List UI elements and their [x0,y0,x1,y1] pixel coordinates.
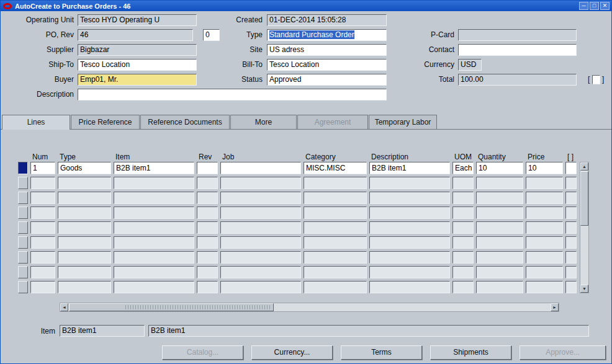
row-selector[interactable] [18,192,28,204]
cell-type[interactable] [58,281,111,293]
cell-quantity[interactable] [476,266,523,278]
cell-type[interactable] [58,251,111,264]
cell-num[interactable] [30,251,55,264]
cell-num[interactable] [30,177,55,189]
cell-price[interactable] [526,192,563,204]
cell-item[interactable] [114,236,194,249]
cell-description[interactable] [369,177,450,189]
cell-quantity[interactable] [476,281,523,293]
cell-num[interactable] [30,221,55,234]
cell-job[interactable] [220,192,301,204]
cell-rev[interactable] [197,236,218,249]
cell-description[interactable] [369,281,450,293]
cell-item[interactable] [114,266,194,278]
cell-flexfield[interactable] [565,162,577,174]
cell-description[interactable] [369,206,450,219]
cell-uom[interactable] [452,221,474,234]
cell-price[interactable] [526,206,563,219]
ship-to-field[interactable]: Tesco Location [78,59,197,71]
cell-flexfield[interactable] [565,281,577,293]
cell-uom[interactable]: Each [452,162,474,174]
cell-quantity[interactable]: 10 [476,162,523,174]
cell-type[interactable] [58,266,111,278]
row-selector[interactable] [18,221,28,234]
cell-num[interactable] [30,192,55,204]
cell-item[interactable] [114,251,194,264]
scroll-up-button[interactable]: ▲ [580,162,588,171]
cell-flexfield[interactable] [565,192,577,204]
cell-uom[interactable] [452,192,474,204]
cell-description[interactable] [369,236,450,249]
scroll-down-button[interactable]: ▼ [580,285,588,293]
cell-category[interactable] [304,281,367,293]
cell-type[interactable] [58,221,111,234]
cell-item[interactable] [114,177,194,189]
horizontal-scroll-thumb[interactable] [69,303,274,311]
cell-item[interactable] [114,206,194,219]
scroll-right-button[interactable]: ► [551,303,559,311]
bill-to-field[interactable]: Tesco Location [267,59,387,71]
cell-job[interactable] [220,236,301,249]
cell-uom[interactable] [452,266,474,278]
cell-type[interactable]: Goods [58,162,111,174]
cell-type[interactable] [58,177,111,189]
cell-job[interactable] [220,251,301,264]
cell-rev[interactable] [197,221,218,234]
cell-quantity[interactable] [476,236,523,249]
cell-description[interactable]: B2B item1 [369,162,450,174]
cell-flexfield[interactable] [565,177,577,189]
row-selector[interactable] [18,236,28,249]
cell-category[interactable] [304,266,367,278]
cell-quantity[interactable] [476,221,523,234]
tab-lines[interactable]: Lines [2,115,70,130]
cell-description[interactable] [369,221,450,234]
cell-job[interactable] [220,162,301,174]
cell-item[interactable] [114,221,194,234]
cell-rev[interactable] [197,177,218,189]
cell-quantity[interactable] [476,192,523,204]
cell-quantity[interactable] [476,206,523,219]
cell-rev[interactable] [197,192,218,204]
cell-job[interactable] [220,221,301,234]
cell-price[interactable] [526,266,563,278]
cell-description[interactable] [369,251,450,264]
currency-button[interactable]: Currency... [251,345,333,360]
cell-uom[interactable] [452,177,474,189]
cell-item[interactable] [114,281,194,293]
description-field[interactable] [78,89,387,100]
cell-price[interactable] [526,236,563,249]
minimize-button[interactable]: ─ [579,2,588,10]
cell-flexfield[interactable] [565,236,577,249]
cell-price[interactable] [526,221,563,234]
tab-more[interactable]: More [230,115,297,129]
cell-price[interactable] [526,177,563,189]
cell-rev[interactable] [197,162,218,174]
cell-rev[interactable] [197,281,218,293]
cell-description[interactable] [369,266,450,278]
cell-category[interactable] [304,251,367,264]
cell-uom[interactable] [452,206,474,219]
row-selector[interactable] [18,177,28,189]
cell-quantity[interactable] [476,251,523,264]
cell-type[interactable] [58,206,111,219]
tab-reference-documents[interactable]: Reference Documents [140,115,230,129]
cell-uom[interactable] [452,251,474,264]
shipments-button[interactable]: Shipments [430,345,511,360]
type-field[interactable]: Standard Purchase Order [267,29,387,41]
maximize-button[interactable]: □ [590,2,599,10]
horizontal-scrollbar[interactable]: ◄ ► [60,303,559,312]
cell-type[interactable] [58,236,111,249]
cell-quantity[interactable] [476,177,523,189]
cell-price[interactable] [526,281,563,293]
cell-num[interactable]: 1 [30,162,55,174]
cell-type[interactable] [58,192,111,204]
row-selector[interactable] [18,281,28,293]
cell-uom[interactable] [452,236,474,249]
buyer-field[interactable]: Emp01, Mr. [78,74,197,86]
cell-num[interactable] [30,281,55,293]
terms-button[interactable]: Terms [341,345,422,360]
cell-flexfield[interactable] [565,221,577,234]
vertical-scrollbar[interactable]: ▲ ▼ [580,162,589,293]
cell-num[interactable] [30,206,55,219]
cell-job[interactable] [220,266,301,278]
